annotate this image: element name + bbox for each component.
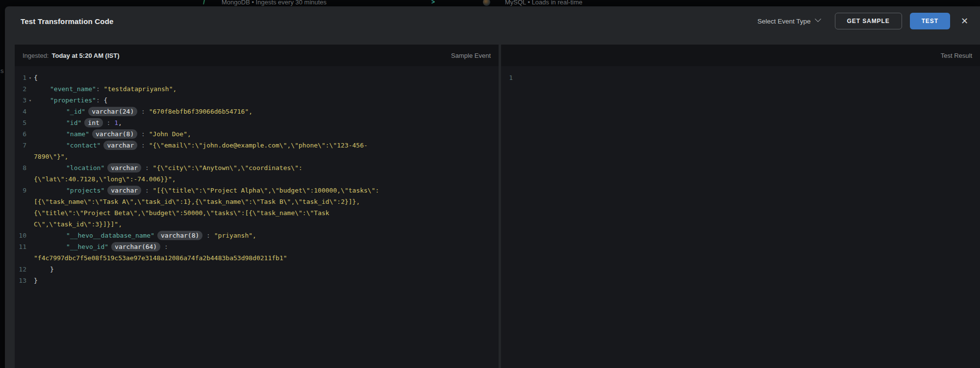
line-number: 1 — [501, 74, 513, 81]
line-number: 8 — [15, 164, 26, 172]
code-content: "projects"varchar : "[{\"title\":\"Proje… — [34, 186, 499, 195]
token-t: varchar(24) — [88, 107, 137, 116]
code-content: "f4c7997dbc7f5e08f519c53ae97e3148a12086a… — [34, 254, 499, 262]
token-s: "priyansh", — [214, 232, 256, 239]
code-line: 7"contact"varchar : "{\"email\":\"john.d… — [15, 140, 499, 151]
code-content: } — [34, 277, 499, 284]
token-p: , — [118, 119, 122, 126]
code-content: "event_name": "testdatapriyansh", — [34, 85, 499, 93]
code-content: "__hevo_id"varchar(64) : — [34, 242, 499, 251]
code-content: } — [34, 266, 499, 273]
line-number: 10 — [15, 232, 26, 239]
token-k: "_id" — [66, 108, 85, 115]
token-s: "{\"city\":\"Anytown\",\"coordinates\": — [153, 164, 302, 172]
code-line: 1 — [501, 72, 980, 83]
get-sample-button[interactable]: GET SAMPLE — [835, 13, 902, 29]
code-content: 7890\"}", — [34, 153, 499, 160]
code-content: "contact"varchar : "{\"email\":\"john.do… — [34, 141, 499, 150]
modal-body: Ingested: Today at 5:20 AM (IST) Sample … — [5, 36, 980, 368]
line-number: 6 — [15, 130, 26, 138]
token-k: "id" — [66, 119, 81, 126]
token-k: "__hevo__database_name" — [66, 232, 154, 239]
token-s: "testdatapriyansh", — [104, 85, 177, 93]
token-p: } — [34, 277, 38, 284]
token-s: {\"title\":\"Project Beta\",\"budget\":5… — [34, 209, 329, 217]
token-c: : — [137, 142, 149, 149]
code-line: 4"_id"varchar(24) : "670f8ebfb6f39066d6b… — [15, 106, 499, 117]
token-k: "__hevo_id" — [66, 243, 108, 250]
code-content: [{\"task_name\":\"Task A\",\"task_id\":1… — [34, 198, 499, 205]
code-line: 11"__hevo_id"varchar(64) : — [15, 241, 499, 252]
line-number: 3 — [15, 97, 26, 104]
token-p: } — [50, 266, 54, 273]
sample-event-header: Ingested: Today at 5:20 AM (IST) Sample … — [15, 45, 499, 66]
test-result-editor[interactable]: 1 — [501, 66, 980, 368]
code-content: "id"int : 1, — [34, 118, 499, 127]
token-t: varchar — [107, 186, 141, 195]
chevron-down-icon — [815, 16, 821, 22]
code-content: "properties": { — [34, 97, 499, 104]
token-k: "projects" — [66, 187, 104, 194]
line-number: 4 — [15, 108, 26, 115]
code-line-wrap: "f4c7997dbc7f5e08f519c53ae97e3148a12086a… — [15, 252, 499, 264]
test-button[interactable]: TEST — [910, 13, 950, 29]
token-p: { — [34, 74, 38, 81]
line-number: 11 — [15, 243, 26, 250]
token-c: : — [137, 108, 149, 115]
code-content: "name"varchar(8) : "John Doe", — [34, 129, 499, 139]
token-s: "[{\"title\":\"Project Alpha\",\"budget\… — [153, 187, 379, 194]
close-icon[interactable]: ✕ — [961, 17, 968, 25]
token-s: "f4c7997dbc7f5e08f519c53ae97e3148a12086a… — [34, 254, 287, 262]
token-s: 7890\"}", — [34, 153, 68, 160]
code-line: 13} — [15, 275, 499, 286]
code-line: 1▾{ — [15, 72, 499, 83]
code-line: 10"__hevo__database_name"varchar(8) : "p… — [15, 230, 499, 241]
fold-toggle-icon[interactable]: ▾ — [26, 98, 34, 103]
pipeline-tick-icon — [203, 0, 205, 4]
token-k: "name" — [66, 130, 89, 138]
ingested-timestamp: Today at 5:20 AM (IST) — [52, 52, 120, 59]
token-s: "John Doe", — [149, 130, 191, 138]
chevron-right-icon: > — [431, 0, 435, 5]
code-line: 2"event_name": "testdatapriyansh", — [15, 83, 499, 95]
token-s: [{\"task_name\":\"Task A\",\"task_id\":1… — [34, 198, 360, 205]
modal-header-actions: Select Event Type GET SAMPLE TEST ✕ — [757, 13, 968, 29]
mysql-logo-icon — [483, 0, 490, 6]
code-line: 6"name"varchar(8) : "John Doe", — [15, 128, 499, 140]
source-status-mongodb: MongoDB • Ingests every 30 minutes — [222, 0, 327, 6]
sample-event-panel: Ingested: Today at 5:20 AM (IST) Sample … — [15, 45, 499, 368]
code-line-wrap: [{\"task_name\":\"Task A\",\"task_id\":1… — [15, 196, 499, 207]
token-c: : — [141, 164, 152, 172]
line-number: 2 — [15, 85, 26, 93]
token-n: 1 — [114, 119, 118, 126]
test-result-title: Test Result — [941, 52, 972, 59]
line-number: 5 — [15, 119, 26, 126]
event-type-label: Select Event Type — [757, 18, 811, 25]
event-type-dropdown[interactable]: Select Event Type — [757, 18, 820, 25]
line-number: 7 — [15, 142, 26, 149]
line-number: 13 — [15, 277, 26, 284]
code-line-wrap: {\"title\":\"Project Beta\",\"budget\":5… — [15, 207, 499, 219]
code-content: "location"varchar : "{\"city\":\"Anytown… — [34, 163, 499, 172]
code-content: "__hevo__database_name"varchar(8) : "pri… — [34, 231, 499, 240]
test-transformation-modal: Test Transformation Code Select Event Ty… — [5, 6, 980, 368]
ingested-label: Ingested: — [23, 52, 49, 59]
token-t: varchar(8) — [157, 231, 202, 240]
code-content: {\"title\":\"Project Beta\",\"budget\":5… — [34, 209, 499, 217]
token-k: "event_name" — [50, 85, 96, 93]
line-number: 9 — [15, 187, 26, 194]
code-line-wrap: C\",\"task_id\":3}]}]", — [15, 219, 499, 230]
code-line-wrap: {\"lat\":40.7128,\"long\":-74.006}}", — [15, 173, 499, 185]
fold-toggle-icon[interactable]: ▾ — [26, 75, 34, 80]
sample-event-title: Sample Event — [451, 52, 491, 59]
code-content: C\",\"task_id\":3}]}]", — [34, 221, 499, 228]
token-c: : — [202, 232, 214, 239]
test-result-header: Test Result — [501, 45, 980, 66]
modal-title: Test Transformation Code — [21, 17, 114, 25]
sample-event-editor[interactable]: 1▾{2"event_name": "testdatapriyansh",3▾"… — [15, 66, 499, 368]
token-s: "670f8ebfb6f39066d6b54716", — [149, 108, 252, 115]
token-k: "location" — [66, 164, 104, 172]
token-c: : — [96, 97, 104, 104]
token-s: {\"lat\":40.7128,\"long\":-74.006}}", — [34, 175, 176, 183]
code-content: { — [34, 74, 499, 81]
